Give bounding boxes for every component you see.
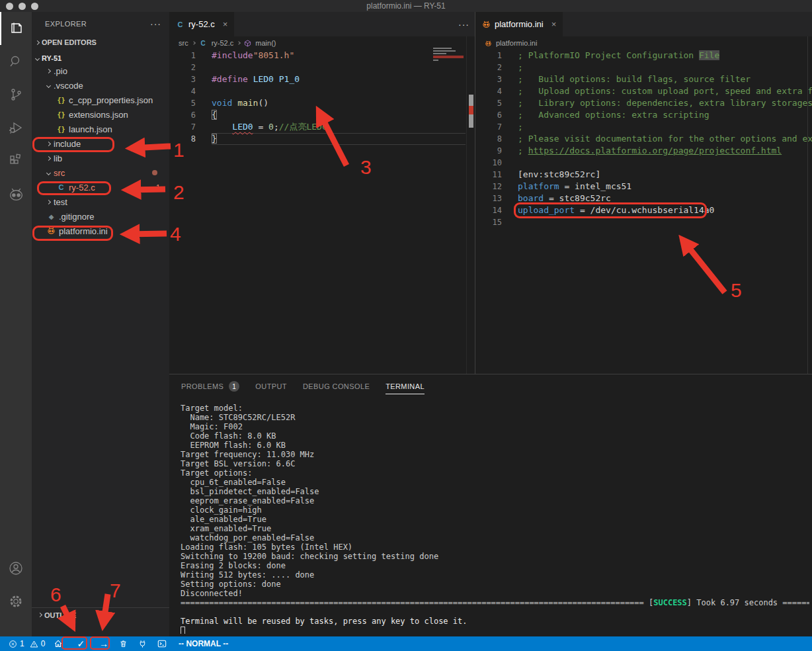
pio-terminal-button[interactable] (157, 639, 167, 648)
platformio-icon[interactable] (0, 177, 32, 210)
pio-build-button[interactable]: ✓ (77, 639, 85, 648)
code-line: 15 (475, 216, 812, 228)
code-line: 6; Advanced options: extra scripting (475, 109, 812, 121)
panel-tab-output[interactable]: OUTPUT (255, 382, 287, 394)
terminal-line: Target options: (181, 468, 809, 478)
problems-status[interactable]: 1 0 (9, 639, 45, 648)
plug-icon (138, 639, 147, 648)
tree-item-label: lib (54, 153, 62, 163)
chevron-right-icon (38, 613, 42, 617)
code-text: ; Please visit documentation for the oth… (502, 133, 812, 145)
terminal-line: Magic: F002 (181, 422, 809, 431)
pio-home-button[interactable] (54, 639, 63, 648)
breadcrumb-symbol[interactable]: main() (255, 39, 276, 47)
line-number: 15 (475, 216, 502, 228)
breadcrumb-file[interactable]: platformio.ini (496, 39, 537, 47)
extensions-icon[interactable] (0, 144, 32, 177)
settings-gear-icon[interactable] (0, 585, 32, 618)
editor-actions-icon[interactable]: ··· (458, 19, 469, 30)
account-icon[interactable] (0, 552, 32, 585)
tab-platformio-ini[interactable]: platformio.ini × (475, 12, 563, 36)
tree-item--pio[interactable]: .pio (32, 64, 169, 78)
terminal-success-line: ========================================… (181, 598, 809, 607)
breadcrumb: src C ry-52.c main() (169, 36, 475, 50)
code-text: board = stc89c52rc (502, 193, 611, 204)
tree-item-c-cpp-properties-json[interactable]: {}c_cpp_properties.json (32, 93, 169, 107)
terminal-output[interactable]: Target model: Name: STC89C52RC/LE52R Mag… (181, 404, 809, 634)
tab-ry-52-c[interactable]: C ry-52.c × (169, 12, 234, 36)
line-number: 2 (169, 62, 196, 73)
tree-item-extensions-json[interactable]: {}extensions.json (32, 107, 169, 122)
panel-tab-debug-console[interactable]: DEBUG CONSOLE (303, 382, 370, 394)
code-line: 14upload_port = /dev/cu.wchusbserial14a0 (475, 204, 812, 216)
problems-count-badge: 1 (229, 381, 239, 392)
code-line: 11[env:stc89c52rc] (475, 169, 812, 181)
line-number: 11 (475, 169, 502, 181)
error-count: 1 (20, 639, 24, 648)
code-line: 2 (169, 62, 475, 73)
tree-item-label: ry-52.c (69, 183, 95, 193)
tree-item-label: test (54, 197, 67, 207)
tree-item--gitignore[interactable]: ◆.gitignore (32, 209, 169, 224)
tree-item-test[interactable]: test (32, 195, 169, 209)
outline-section[interactable]: OUTLINE (32, 607, 169, 622)
terminal-line: clock_gain=high (181, 505, 809, 515)
tree-item-ry-52-c[interactable]: Cry-52.c1 (32, 180, 169, 195)
tree-item-include[interactable]: include (32, 136, 169, 151)
overview-ruler[interactable] (807, 36, 812, 374)
pio-serial-monitor-button[interactable] (138, 639, 147, 648)
code-text: platform = intel_mcs51 (502, 181, 631, 193)
modified-dot-badge (152, 170, 157, 175)
home-icon (54, 639, 63, 648)
chevron-down-icon (46, 170, 51, 175)
line-number: 10 (475, 157, 502, 169)
terminal-reuse-message: Terminal will be reused by tasks, press … (181, 617, 809, 626)
run-debug-icon[interactable] (0, 111, 32, 144)
code-line: 9; https://docs.platformio.org/page/proj… (475, 145, 812, 157)
pio-clean-button[interactable] (119, 639, 128, 648)
line-number: 12 (475, 181, 502, 193)
close-icon[interactable]: × (223, 19, 228, 29)
minimap[interactable] (433, 48, 464, 62)
error-icon (9, 640, 17, 648)
tree-item-lib[interactable]: lib (32, 151, 169, 165)
breadcrumb-src[interactable]: src (179, 39, 188, 47)
code-line: 5; Library options: dependencies, extra … (475, 97, 812, 109)
tree-item-platformio-ini[interactable]: platformio.ini (32, 224, 169, 238)
line-number: 6 (169, 109, 196, 121)
code-text: ; (502, 62, 523, 73)
source-control-icon[interactable] (0, 78, 32, 111)
chevron-right-icon (35, 40, 40, 44)
open-editors-section[interactable]: OPEN EDITORS (32, 35, 169, 50)
breadcrumb-file[interactable]: ry-52.c (212, 39, 234, 47)
line-number: 1 (169, 50, 196, 62)
overview-ruler[interactable] (466, 36, 475, 374)
line-number: 9 (475, 145, 502, 157)
terminal-cursor-line (181, 626, 809, 634)
line-number: 6 (475, 109, 502, 121)
code-text: ; Library options: dependencies, extra l… (502, 97, 812, 109)
explorer-icon[interactable] (0, 12, 32, 45)
close-icon[interactable]: × (551, 19, 557, 29)
tree-item--vscode[interactable]: .vscode (32, 78, 169, 93)
code-line: 1; PlatformIO Project Configuration File (475, 50, 812, 62)
code-editor-platformio-ini[interactable]: 1; PlatformIO Project Configuration File… (475, 50, 812, 228)
code-line: 1#include"8051.h" (169, 50, 475, 62)
git-file-icon: ◆ (47, 213, 56, 220)
tree-item-src[interactable]: src (32, 165, 169, 180)
panel-tab-terminal[interactable]: TERMINAL (386, 382, 425, 394)
sidebar-title: EXPLORER (45, 20, 150, 28)
line-number: 4 (475, 85, 502, 97)
chevron-right-icon (46, 68, 51, 73)
panel-tab-problems[interactable]: PROBLEMS1 (181, 381, 239, 395)
code-text: { (196, 109, 217, 121)
error-mark (469, 106, 473, 114)
pio-upload-button[interactable]: → (99, 639, 108, 648)
line-number: 3 (169, 73, 196, 85)
tree-item-launch-json[interactable]: {}launch.json (32, 122, 169, 136)
explorer-actions-icon[interactable]: ··· (150, 19, 161, 29)
search-icon[interactable] (0, 45, 32, 78)
line-number: 7 (169, 121, 196, 133)
panel-tab-bar: PROBLEMS1OUTPUTDEBUG CONSOLETERMINAL (169, 374, 812, 395)
code-editor-ry-52-c[interactable]: 1#include"8051.h"23#define LED0 P1_045vo… (169, 50, 475, 145)
